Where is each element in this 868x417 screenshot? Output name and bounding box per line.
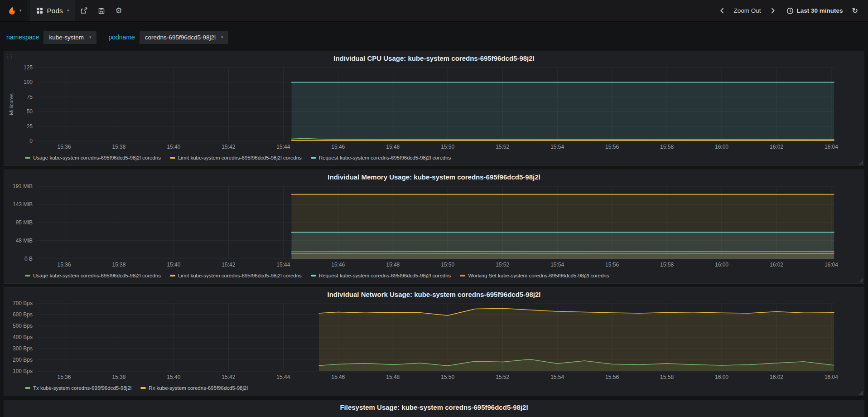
svg-text:191 MiB: 191 MiB xyxy=(13,183,33,189)
memory-usage-chart[interactable]: 15:3615:3815:4015:4215:4415:4615:4815:50… xyxy=(7,183,861,271)
cpu-chart-legend: Usage kube-system coredns-695f96dcd5-98j… xyxy=(4,153,864,163)
panel-memory-usage: Individual Memory Usage: kube-system cor… xyxy=(4,170,864,284)
panel-title-network[interactable]: Individual Network Usage: kube-system co… xyxy=(4,288,864,300)
svg-text:95 MiB: 95 MiB xyxy=(16,219,33,226)
grafana-menu-button[interactable]: ▾ xyxy=(0,0,27,21)
panel-network-usage: Individual Network Usage: kube-system co… xyxy=(4,287,864,396)
svg-text:15:36: 15:36 xyxy=(57,374,71,380)
namespace-select[interactable]: kube-system ▾ xyxy=(43,31,96,44)
panel-cpu-usage: ⋮⋮ Individual CPU Usage: kube-system cor… xyxy=(4,51,864,166)
chevron-down-icon: ▾ xyxy=(19,9,22,13)
svg-text:48 MiB: 48 MiB xyxy=(16,238,33,244)
refresh-button[interactable]: ↻ xyxy=(849,6,862,15)
clock-icon xyxy=(786,7,794,15)
legend-item[interactable]: Rx kube-system coredns-695f96dcd5-98j2l xyxy=(140,385,248,391)
zoom-out-button[interactable]: Zoom Out xyxy=(731,7,764,14)
svg-text:16:00: 16:00 xyxy=(715,144,728,150)
panel-resize-handle[interactable] xyxy=(858,160,863,165)
svg-text:16:02: 16:02 xyxy=(770,262,783,268)
panel-drag-handle[interactable]: ⋮⋮ xyxy=(5,53,14,59)
svg-text:15:46: 15:46 xyxy=(331,144,345,150)
time-range-picker[interactable]: Last 30 minutes xyxy=(782,7,848,15)
svg-text:15:44: 15:44 xyxy=(276,144,290,150)
panel-title-cpu[interactable]: Individual CPU Usage: kube-system coredn… xyxy=(4,51,864,64)
svg-text:15:48: 15:48 xyxy=(386,374,400,380)
time-forward-button[interactable] xyxy=(765,0,781,21)
svg-text:0: 0 xyxy=(29,138,33,144)
dashboard-picker[interactable]: Pods ▾ xyxy=(30,0,76,21)
share-button[interactable] xyxy=(75,0,93,21)
svg-text:75: 75 xyxy=(27,94,33,100)
chevron-right-icon xyxy=(770,7,776,14)
panel-filesystem-usage: Filesystem Usage: kube-system coredns-69… xyxy=(4,400,864,417)
time-back-button[interactable] xyxy=(714,0,730,21)
legend-item[interactable]: Usage kube-system coredns-695f96dcd5-98j… xyxy=(25,155,161,160)
svg-text:15:56: 15:56 xyxy=(605,262,619,268)
legend-item[interactable]: Limit kube-system coredns-695f96dcd5-98j… xyxy=(170,155,302,160)
panel-resize-handle[interactable] xyxy=(858,277,863,282)
save-icon xyxy=(98,7,105,15)
svg-text:16:04: 16:04 xyxy=(825,144,838,150)
dashboard-body: ⋮⋮ Individual CPU Usage: kube-system cor… xyxy=(0,51,868,417)
panel-title-filesystem[interactable]: Filesystem Usage: kube-system coredns-69… xyxy=(4,400,864,413)
podname-select[interactable]: coredns-695f96dcd5-98j2l ▾ xyxy=(140,31,229,44)
svg-text:15:50: 15:50 xyxy=(441,144,454,150)
svg-text:15:36: 15:36 xyxy=(57,144,71,150)
svg-text:25: 25 xyxy=(27,123,33,130)
variable-namespace: namespace kube-system ▾ xyxy=(6,31,96,44)
svg-text:100: 100 xyxy=(24,79,33,85)
template-variables-bar: namespace kube-system ▾ podname coredns-… xyxy=(0,22,868,47)
refresh-icon: ↻ xyxy=(852,7,858,15)
svg-text:15:56: 15:56 xyxy=(605,144,619,150)
legend-item[interactable]: Tx kube-system coredns-695f96dcd5-98j2l xyxy=(25,385,131,391)
svg-text:400 Bps: 400 Bps xyxy=(13,334,33,340)
legend-item[interactable]: Limit kube-system coredns-695f96dcd5-98j… xyxy=(170,273,302,278)
panel-resize-handle[interactable] xyxy=(858,390,863,395)
settings-button[interactable]: ⚙ xyxy=(110,0,127,21)
svg-text:16:00: 16:00 xyxy=(715,374,728,380)
svg-text:600 Bps: 600 Bps xyxy=(13,311,33,318)
svg-text:15:54: 15:54 xyxy=(550,374,564,380)
legend-item[interactable]: Usage kube-system coredns-695f96dcd5-98j… xyxy=(25,273,161,278)
podname-value: coredns-695f96dcd5-98j2l xyxy=(145,34,216,41)
chevron-down-icon: ▾ xyxy=(67,9,69,13)
svg-text:15:50: 15:50 xyxy=(441,262,454,268)
svg-text:15:58: 15:58 xyxy=(660,144,674,150)
svg-text:0 B: 0 B xyxy=(24,256,33,262)
svg-text:300 Bps: 300 Bps xyxy=(13,345,33,352)
top-navbar: ▾ Pods ▾ xyxy=(0,0,868,22)
svg-text:16:02: 16:02 xyxy=(770,144,783,150)
svg-text:16:04: 16:04 xyxy=(825,262,838,268)
svg-text:143 MiB: 143 MiB xyxy=(13,201,33,208)
svg-text:15:52: 15:52 xyxy=(496,262,509,268)
svg-text:15:42: 15:42 xyxy=(222,262,235,268)
grafana-logo-icon xyxy=(5,5,17,17)
svg-text:Millicores: Millicores xyxy=(9,93,14,115)
legend-item[interactable]: Working Set kube-system coredns-695f96dc… xyxy=(460,273,609,278)
svg-text:50: 50 xyxy=(27,108,33,115)
legend-item[interactable]: Request kube-system coredns-695f96dcd5-9… xyxy=(311,155,451,160)
svg-text:500 Bps: 500 Bps xyxy=(13,323,33,329)
save-button[interactable] xyxy=(93,0,110,21)
svg-text:15:54: 15:54 xyxy=(550,262,564,268)
chevron-left-icon xyxy=(719,7,725,14)
gear-icon: ⚙ xyxy=(115,7,122,15)
share-icon xyxy=(80,7,88,15)
svg-text:16:04: 16:04 xyxy=(825,374,838,380)
svg-text:700 Bps: 700 Bps xyxy=(13,300,33,306)
svg-text:15:40: 15:40 xyxy=(167,374,180,380)
svg-text:15:42: 15:42 xyxy=(222,144,235,150)
chevron-down-icon: ▾ xyxy=(221,35,223,39)
svg-text:15:38: 15:38 xyxy=(112,374,125,380)
svg-text:16:02: 16:02 xyxy=(770,374,783,380)
svg-text:15:38: 15:38 xyxy=(112,262,125,268)
svg-text:15:52: 15:52 xyxy=(496,374,509,380)
cpu-usage-chart[interactable]: 15:3615:3815:4015:4215:4415:4615:4815:50… xyxy=(7,64,861,153)
namespace-value: kube-system xyxy=(49,34,84,41)
network-usage-chart[interactable]: 15:3615:3815:4015:4215:4415:4615:4815:50… xyxy=(7,300,861,383)
panel-title-memory[interactable]: Individual Memory Usage: kube-system cor… xyxy=(4,170,864,183)
dashboard-grid-icon xyxy=(36,7,43,14)
podname-label: podname xyxy=(108,34,135,41)
legend-item[interactable]: Request kube-system coredns-695f96dcd5-9… xyxy=(311,273,451,278)
svg-text:15:40: 15:40 xyxy=(167,144,180,150)
